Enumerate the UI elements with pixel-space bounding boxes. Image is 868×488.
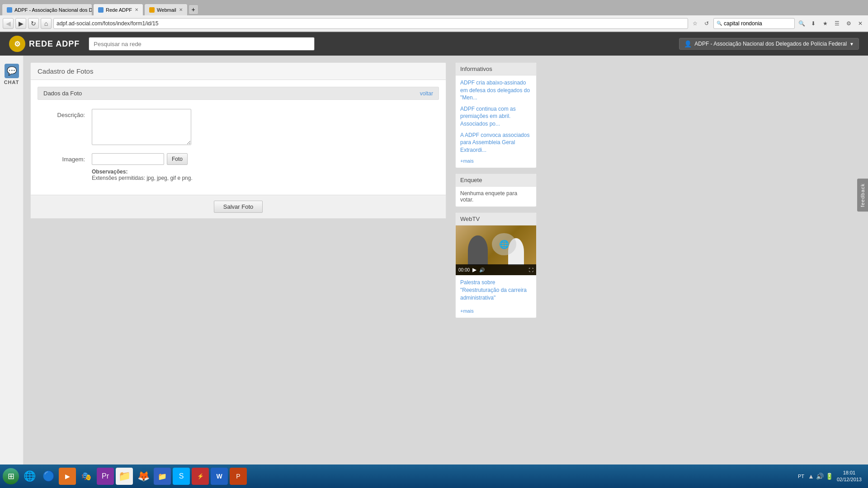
user-menu[interactable]: 👤 ADPF - Associação Nacional dos Delegad… — [679, 38, 859, 50]
image-text-input[interactable] — [92, 153, 164, 165]
person-left-silhouette — [468, 235, 488, 265]
user-label: ADPF - Associação Nacional dos Delegados… — [694, 41, 847, 47]
taskbar-app-7[interactable]: 📁 — [154, 468, 171, 485]
windows-icon: ⊞ — [8, 471, 14, 481]
description-label: Descrição: — [38, 109, 92, 118]
search-button[interactable]: 🔍 — [797, 19, 807, 28]
chat-button[interactable]: 💬 CHAT — [2, 60, 22, 89]
new-tab-button[interactable]: + — [189, 5, 198, 14]
taskbar-app-8[interactable]: S — [173, 468, 190, 485]
start-button[interactable]: ⊞ — [3, 468, 19, 484]
tools-icon[interactable]: ⚙ — [844, 19, 854, 28]
menu-icon[interactable]: ☰ — [832, 19, 842, 28]
tab-close-rede-adpf[interactable]: ✕ — [135, 7, 138, 12]
chat-label: CHAT — [4, 80, 19, 85]
taskbar-app-10[interactable]: W — [211, 468, 228, 485]
news-item-2: A ADPF convoca associados para Assemblei… — [460, 131, 532, 154]
feedback-button[interactable]: feedback — [857, 179, 868, 212]
refresh-button[interactable]: ↻ — [28, 18, 39, 29]
site-search-input[interactable] — [89, 37, 315, 51]
save-button[interactable]: Salvar Foto — [214, 201, 263, 213]
tray-volume-icon: 🔊 — [816, 473, 824, 480]
informativos-widget: Informativos ADPF cria abaixo-assinado e… — [455, 62, 537, 168]
taskbar-app-1[interactable]: 🔵 — [40, 468, 57, 485]
address-bar[interactable]: adpf.ad-social.com/fotos/index/form1/id/… — [53, 18, 688, 29]
description-field: Descrição: — [38, 109, 439, 146]
tab-label-adpf: ADPF - Associação Nacional dos Dele... — [14, 7, 92, 13]
news-item-0: ADPF cria abaixo-assinado em defesa dos … — [460, 79, 532, 102]
webtv-header: WebTV — [456, 213, 536, 225]
video-fullscreen-icon[interactable]: ⛶ — [529, 267, 533, 272]
back-link[interactable]: voltar — [420, 90, 433, 97]
form-title: Cadastro de Fotos — [38, 67, 93, 75]
browser-chrome: ADPF - Associação Nacional dos Dele... ✕… — [0, 0, 868, 32]
news-link-1[interactable]: ADPF continua com as premiações em abril… — [460, 106, 516, 127]
taskbar-app-6[interactable]: 🦊 — [135, 468, 152, 485]
tab-favicon-adpf — [7, 7, 12, 13]
section-header: Dados da Foto voltar — [38, 87, 439, 100]
brazil-logo: 🌐 — [492, 233, 516, 256]
news-link-0[interactable]: ADPF cria abaixo-assinado em defesa dos … — [460, 80, 530, 101]
video-thumbnail[interactable]: 🌐 00:00 ▶ 🔊 ⛶ — [456, 225, 536, 275]
description-textarea[interactable] — [92, 109, 191, 145]
feedback-tab: feedback — [857, 179, 868, 212]
logo-icon: ⚙ — [9, 36, 25, 52]
form-header: Cadastro de Fotos — [31, 63, 446, 80]
video-controls: 00:00 ▶ 🔊 ⛶ — [456, 264, 536, 275]
webtv-more-link[interactable]: +mais — [460, 308, 474, 314]
search-bar[interactable]: 🔍 capital rondonia — [713, 18, 795, 29]
site-search — [89, 37, 315, 51]
tab-label-webmail: Webmail — [157, 7, 176, 13]
news-item-1: ADPF continua com as premiações em abril… — [460, 105, 532, 128]
home-button[interactable]: ⌂ — [41, 18, 52, 29]
taskbar-app-3[interactable]: 🎭 — [78, 468, 95, 485]
address-text: adpf.ad-social.com/fotos/index/form1/id/… — [57, 20, 685, 27]
enquete-header: Enquete — [456, 174, 536, 187]
user-icon: 👤 — [684, 40, 692, 47]
tray-date-value: 02/12/2013 — [837, 476, 862, 483]
enquete-text: Nenhuma enquete para votar. — [456, 187, 536, 206]
tray-network-icon: ▲ — [808, 473, 814, 480]
search-query: capital rondonia — [724, 20, 762, 27]
obs-block: Observações: Extensões permitidas: jpg, … — [92, 169, 439, 181]
tab-favicon-rede-adpf — [98, 7, 104, 13]
obs-text: Extensões permitidas: jpg, jpeg, gif e p… — [92, 175, 193, 181]
tab-webmail[interactable]: Webmail ✕ — [144, 4, 188, 15]
reload-icon[interactable]: ↺ — [702, 19, 712, 28]
taskbar-app-0[interactable]: 🌐 — [21, 468, 38, 485]
tab-close-webmail[interactable]: ✕ — [179, 7, 183, 12]
informativos-body: ADPF cria abaixo-assinado em defesa dos … — [456, 75, 536, 168]
save-area: Salvar Foto — [31, 195, 446, 218]
video-time: 00:00 — [458, 267, 470, 272]
informativos-header: Informativos — [456, 63, 536, 75]
right-sidebar: Informativos ADPF cria abaixo-assinado e… — [453, 56, 543, 465]
tab-label-rede-adpf: Rede ADPF — [106, 7, 132, 13]
taskbar-app-5[interactable]: 📁 — [116, 468, 133, 485]
news-link-2[interactable]: A ADPF convoca associados para Assemblei… — [460, 132, 529, 153]
video-title[interactable]: Palestra sobre "Reestruturação da carrei… — [456, 275, 536, 305]
tab-rede-adpf[interactable]: Rede ADPF ✕ — [93, 4, 143, 15]
video-play-button[interactable]: ▶ — [472, 267, 476, 273]
image-upload-row: Foto — [92, 153, 439, 165]
taskbar-app-9[interactable]: ⚡ — [192, 468, 209, 485]
tray-datetime: 18:01 02/12/2013 — [837, 469, 862, 483]
foto-button[interactable]: Foto — [167, 153, 188, 165]
bookmark-icon[interactable]: ☆ — [690, 19, 700, 28]
close-browser-icon[interactable]: ✕ — [855, 19, 865, 28]
description-input-wrapper — [92, 109, 439, 146]
taskbar-app-4[interactable]: Pr — [97, 468, 114, 485]
download-icon[interactable]: ⬇ — [808, 19, 818, 28]
image-field: Imagem: Foto Observações: Extensões perm… — [38, 153, 439, 181]
informativos-more-link[interactable]: +mais — [460, 158, 474, 164]
bookmark-star-icon[interactable]: ★ — [820, 19, 830, 28]
tab-adpf[interactable]: ADPF - Associação Nacional dos Dele... ✕ — [2, 4, 92, 15]
taskbar-app-11[interactable]: P — [230, 468, 247, 485]
taskbar-app-2[interactable]: ▶ — [59, 468, 76, 485]
site-logo: ⚙ REDE ADPF — [9, 36, 80, 52]
video-volume-icon[interactable]: 🔊 — [479, 267, 485, 272]
back-button[interactable]: ◀ — [3, 18, 14, 29]
tray-battery-icon: 🔋 — [826, 473, 833, 480]
tray-icons: ▲ 🔊 🔋 — [808, 473, 833, 480]
forward-button[interactable]: ▶ — [15, 18, 26, 29]
tab-bar: ADPF - Associação Nacional dos Dele... ✕… — [0, 0, 868, 15]
